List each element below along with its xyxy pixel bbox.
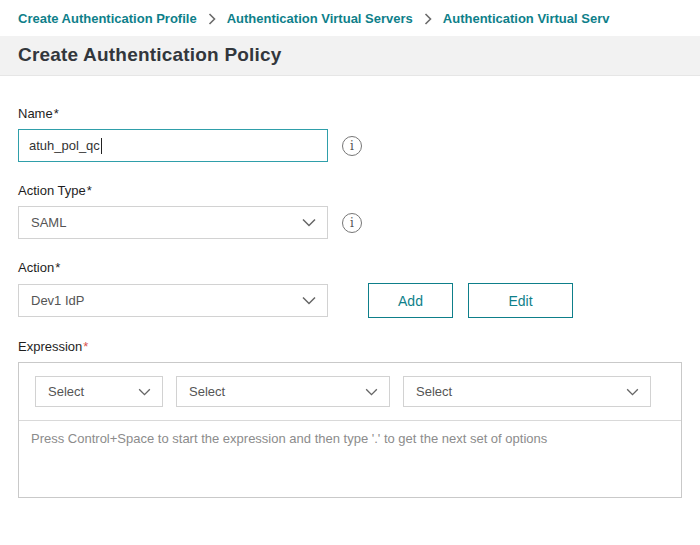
- chevron-down-icon: [365, 388, 378, 396]
- breadcrumb-link-create-authentication-profile[interactable]: Create Authentication Profile: [18, 11, 197, 26]
- page-title: Create Authentication Policy: [18, 44, 682, 66]
- required-asterisk: *: [83, 339, 88, 354]
- name-label: Name*: [18, 106, 682, 121]
- expression-select-1-value: Select: [48, 384, 84, 399]
- expression-select-2-value: Select: [189, 384, 225, 399]
- chevron-right-icon: [424, 13, 432, 25]
- action-select-value: Dev1 IdP: [31, 293, 84, 308]
- create-auth-policy-form: Name* atuh_pol_qc Action Type* SAML: [0, 76, 700, 498]
- edit-button[interactable]: Edit: [468, 283, 573, 318]
- page-header: Create Authentication Policy: [0, 36, 700, 76]
- text-caret: [101, 138, 102, 154]
- action-type-field: Action Type* SAML: [18, 183, 682, 239]
- name-input-value: atuh_pol_qc: [29, 138, 100, 153]
- required-asterisk: *: [54, 106, 59, 121]
- chevron-down-icon: [626, 388, 639, 396]
- expression-select-3[interactable]: Select: [403, 376, 651, 407]
- breadcrumb: Create Authentication Profile Authentica…: [0, 0, 700, 36]
- info-icon[interactable]: [342, 213, 362, 233]
- action-type-select[interactable]: SAML: [18, 206, 328, 239]
- breadcrumb-link-authentication-virtual-servers[interactable]: Authentication Virtual Servers: [227, 11, 413, 26]
- required-asterisk: *: [87, 183, 92, 198]
- create-auth-policy-page: Create Authentication Profile Authentica…: [0, 0, 700, 498]
- name-input[interactable]: atuh_pol_qc: [18, 129, 328, 162]
- info-icon[interactable]: [342, 136, 362, 156]
- expression-input[interactable]: Press Control+Space to start the express…: [19, 421, 681, 497]
- name-field: Name* atuh_pol_qc: [18, 106, 682, 162]
- action-field: Action* Dev1 IdP Add Edit: [18, 260, 682, 318]
- chevron-right-icon: [208, 13, 216, 25]
- chevron-down-icon: [302, 218, 316, 227]
- expression-label: Expression*: [18, 339, 682, 354]
- expression-toolbar: Select Select Select: [19, 363, 681, 421]
- add-button[interactable]: Add: [368, 283, 453, 318]
- expression-select-3-value: Select: [416, 384, 452, 399]
- expression-editor: Select Select Select: [18, 362, 682, 498]
- breadcrumb-link-authentication-virtual-server[interactable]: Authentication Virtual Serv: [443, 11, 610, 26]
- action-label: Action*: [18, 260, 682, 275]
- expression-field: Expression* Select Select: [18, 339, 682, 498]
- action-select[interactable]: Dev1 IdP: [18, 284, 328, 317]
- expression-select-2[interactable]: Select: [176, 376, 390, 407]
- required-asterisk: *: [55, 260, 60, 275]
- action-type-label: Action Type*: [18, 183, 682, 198]
- chevron-down-icon: [138, 388, 151, 396]
- expression-select-1[interactable]: Select: [35, 376, 163, 407]
- expression-placeholder: Press Control+Space to start the express…: [31, 431, 547, 446]
- chevron-down-icon: [302, 296, 316, 305]
- action-type-select-value: SAML: [31, 215, 66, 230]
